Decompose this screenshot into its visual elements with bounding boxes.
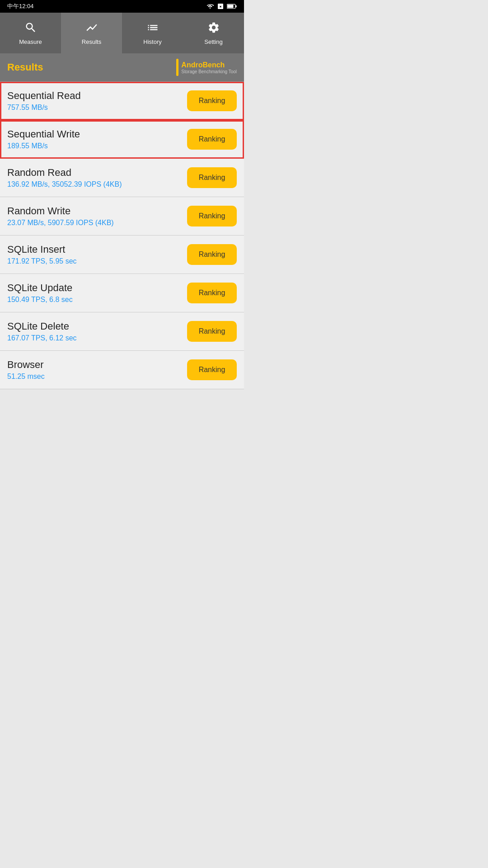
result-info-sqlite-insert: SQLite Insert 171.92 TPS, 5.95 sec <box>7 244 187 265</box>
result-name-rand-read: Random Read <box>7 167 187 179</box>
tab-measure[interactable]: Measure <box>0 13 61 53</box>
result-value-sqlite-update: 150.49 TPS, 6.8 sec <box>7 296 187 304</box>
result-info-rand-write: Random Write 23.07 MB/s, 5907.59 IOPS (4… <box>7 205 187 227</box>
result-row-sqlite-update: SQLite Update 150.49 TPS, 6.8 sec Rankin… <box>0 274 244 312</box>
tab-history-label: History <box>143 38 161 45</box>
logo-andro: Andro <box>181 61 202 69</box>
logo-bar-icon <box>176 59 178 76</box>
chart-icon <box>85 21 98 36</box>
result-name-sqlite-insert: SQLite Insert <box>7 244 187 255</box>
result-row-sqlite-delete: SQLite Delete 167.07 TPS, 6.12 sec Ranki… <box>0 312 244 351</box>
tab-setting-label: Setting <box>204 38 222 45</box>
page-title: Results <box>7 61 43 73</box>
logo-bench: Bench <box>202 61 225 69</box>
result-row-rand-write: Random Write 23.07 MB/s, 5907.59 IOPS (4… <box>0 197 244 236</box>
result-value-rand-read: 136.92 MB/s, 35052.39 IOPS (4KB) <box>7 180 187 189</box>
tab-results[interactable]: Results <box>61 13 122 53</box>
result-name-browser: Browser <box>7 359 187 371</box>
ranking-button-seq-read[interactable]: Ranking <box>187 90 237 111</box>
tab-setting[interactable]: Setting <box>183 13 244 53</box>
ranking-button-browser[interactable]: Ranking <box>187 359 237 380</box>
result-name-rand-write: Random Write <box>7 205 187 217</box>
result-row-seq-write: Sequential Write 189.55 MB/s Ranking <box>0 120 244 159</box>
result-value-sqlite-insert: 171.92 TPS, 5.95 sec <box>7 257 187 265</box>
list-icon <box>146 21 159 36</box>
results-list: Sequential Read 757.55 MB/s Ranking Sequ… <box>0 82 244 389</box>
result-info-seq-read: Sequential Read 757.55 MB/s <box>7 90 187 112</box>
result-name-seq-read: Sequential Read <box>7 90 187 102</box>
wifi-icon <box>206 3 214 10</box>
tab-results-label: Results <box>82 38 101 45</box>
result-value-rand-write: 23.07 MB/s, 5907.59 IOPS (4KB) <box>7 219 187 227</box>
result-value-sqlite-delete: 167.07 TPS, 6.12 sec <box>7 334 187 342</box>
logo-subtitle: Storage Benchmarking Tool <box>181 69 237 74</box>
result-name-sqlite-delete: SQLite Delete <box>7 321 187 332</box>
result-name-sqlite-update: SQLite Update <box>7 282 187 294</box>
result-value-seq-read: 757.55 MB/s <box>7 104 187 112</box>
battery-icon <box>227 3 237 9</box>
svg-rect-1 <box>235 5 236 8</box>
gear-icon <box>207 21 220 36</box>
status-bar: 中午12:04 <box>0 0 244 13</box>
status-icons <box>206 3 237 10</box>
result-row-seq-read: Sequential Read 757.55 MB/s Ranking <box>0 82 244 120</box>
search-icon <box>24 21 37 36</box>
sim-icon <box>217 3 224 10</box>
tab-history[interactable]: History <box>122 13 183 53</box>
header-band: Results AndroBench Storage Benchmarking … <box>0 53 244 82</box>
ranking-button-rand-write[interactable]: Ranking <box>187 206 237 226</box>
tab-bar: Measure Results History Setting <box>0 13 244 53</box>
svg-rect-2 <box>227 5 233 8</box>
status-time: 中午12:04 <box>7 2 34 10</box>
result-info-browser: Browser 51.25 msec <box>7 359 187 381</box>
result-value-seq-write: 189.55 MB/s <box>7 142 187 150</box>
logo-text-block: AndroBench Storage Benchmarking Tool <box>181 61 237 74</box>
result-row-sqlite-insert: SQLite Insert 171.92 TPS, 5.95 sec Ranki… <box>0 236 244 274</box>
result-name-seq-write: Sequential Write <box>7 128 187 140</box>
result-value-browser: 51.25 msec <box>7 373 187 381</box>
logo-name: AndroBench <box>181 61 237 69</box>
ranking-button-rand-read[interactable]: Ranking <box>187 167 237 188</box>
result-info-sqlite-update: SQLite Update 150.49 TPS, 6.8 sec <box>7 282 187 304</box>
ranking-button-seq-write[interactable]: Ranking <box>187 129 237 150</box>
result-row-browser: Browser 51.25 msec Ranking <box>0 351 244 389</box>
result-info-rand-read: Random Read 136.92 MB/s, 35052.39 IOPS (… <box>7 167 187 189</box>
androbench-logo: AndroBench Storage Benchmarking Tool <box>176 59 237 76</box>
result-info-sqlite-delete: SQLite Delete 167.07 TPS, 6.12 sec <box>7 321 187 342</box>
tab-measure-label: Measure <box>19 38 42 45</box>
ranking-button-sqlite-delete[interactable]: Ranking <box>187 321 237 342</box>
ranking-button-sqlite-update[interactable]: Ranking <box>187 283 237 303</box>
result-info-seq-write: Sequential Write 189.55 MB/s <box>7 128 187 150</box>
result-row-rand-read: Random Read 136.92 MB/s, 35052.39 IOPS (… <box>0 159 244 197</box>
ranking-button-sqlite-insert[interactable]: Ranking <box>187 244 237 265</box>
